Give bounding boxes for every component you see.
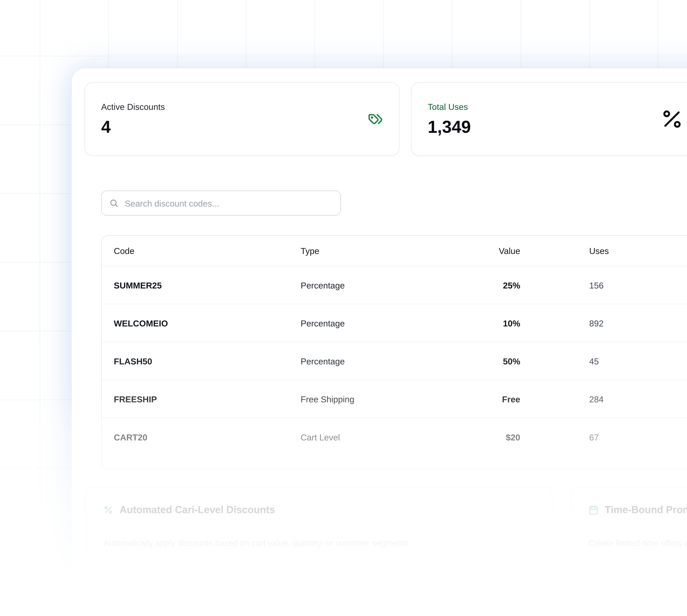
row-type: Percentage: [301, 318, 345, 328]
search-input[interactable]: [123, 198, 333, 208]
discount-dashboard: Active Discounts 4 Total Uses 1,349: [0, 0, 687, 616]
percent-icon: [661, 108, 683, 131]
promo-card-header: Time-Bound Promotional Offers: [589, 503, 687, 516]
row-uses: 45: [589, 356, 599, 366]
search-icon: [109, 198, 118, 207]
row-code: CART20: [114, 432, 147, 442]
row-value: Free: [451, 394, 520, 404]
col-header-uses: Uses: [589, 246, 609, 256]
col-header-value: Value: [451, 246, 520, 256]
row-uses: 284: [589, 394, 603, 404]
row-value: 25%: [451, 280, 520, 290]
stat-value: 4: [101, 117, 165, 136]
row-value: 50%: [451, 356, 520, 366]
row-type: Percentage: [301, 280, 345, 290]
tags-icon: [368, 112, 383, 127]
stat-text: Active Discounts 4: [101, 102, 165, 136]
stat-text: Total Uses 1,349: [428, 102, 471, 136]
promo-card-description: Automatically apply discounts based on c…: [104, 537, 535, 549]
row-uses: 156: [589, 280, 603, 290]
promo-card-cart-level-discounts[interactable]: Automated Cari-Level Discounts Automatic…: [86, 487, 552, 616]
row-code: FLASH50: [114, 356, 152, 366]
stat-label: Total Uses: [428, 102, 471, 112]
promo-card-time-bound-offers[interactable]: Time-Bound Promotional Offers Create lim…: [571, 487, 687, 616]
table-header: Code Type Value Uses Expires Status: [102, 236, 687, 266]
promo-card-title: Automated Cari-Level Discounts: [119, 503, 275, 516]
row-value: 10%: [451, 318, 520, 328]
calendar-icon: [589, 505, 598, 515]
stat-value: 1,349: [428, 117, 471, 136]
search-box: [101, 191, 341, 216]
row-uses: 67: [589, 432, 599, 442]
stats-row: Active Discounts 4 Total Uses 1,349: [85, 82, 687, 156]
table-row: FREESHIP Free Shipping Free 284 2024-06-…: [102, 380, 687, 418]
stat-card-total-uses: Total Uses 1,349: [411, 82, 687, 156]
row-type: Percentage: [301, 356, 345, 366]
row-code: FREESHIP: [114, 394, 157, 404]
stat-card-active-discounts: Active Discounts 4: [85, 82, 399, 156]
col-header-code: Code: [114, 246, 134, 256]
row-uses: 892: [589, 318, 603, 328]
stat-label: Active Discounts: [101, 102, 165, 112]
percent-icon: [104, 505, 113, 515]
row-type: Cart Level: [301, 432, 340, 442]
row-code: WELCOMEIO: [114, 318, 168, 328]
promo-card-description: Create limited-time offers with automati…: [589, 537, 687, 549]
row-type: Free Shipping: [301, 394, 354, 404]
promo-card-header: Automated Cari-Level Discounts: [104, 503, 535, 516]
row-code: SUMMER25: [114, 280, 162, 290]
row-value: $20: [451, 432, 520, 442]
table-row: SUMMER25 Percentage 25% 156 2024-08-31 a…: [102, 266, 687, 304]
main-panel: Active Discounts 4 Total Uses 1,349: [71, 68, 687, 616]
table-row: CART20 Cart Level $20 67 2024-03-31 acti…: [102, 418, 687, 456]
table-row: FLASH50 Percentage 50% 45 2024-01-10 exp…: [102, 342, 687, 380]
col-header-type: Type: [301, 246, 319, 256]
discounts-table: Code Type Value Uses Expires Status SUMM…: [101, 235, 687, 469]
table-row: WELCOMEIO Percentage 10% 892 2024-12-31 …: [102, 304, 687, 342]
promo-card-title: Time-Bound Promotional Offers: [605, 503, 687, 516]
